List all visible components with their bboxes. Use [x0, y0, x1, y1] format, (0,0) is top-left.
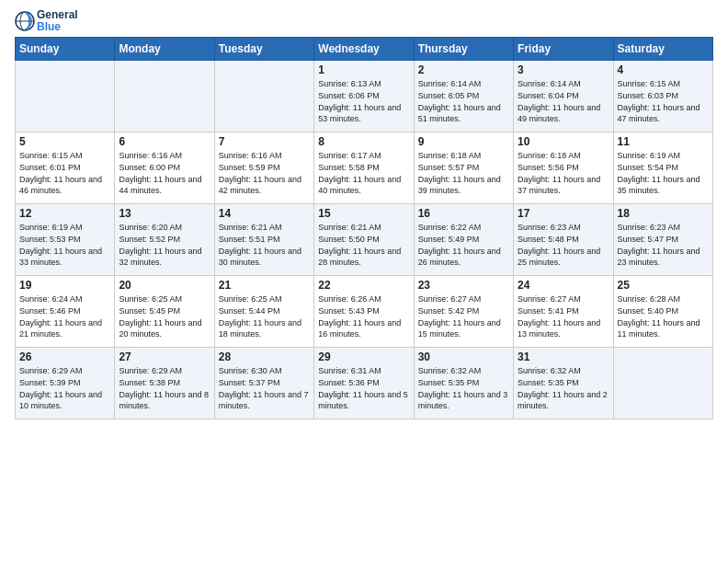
- calendar-cell: 14Sunrise: 6:21 AM Sunset: 5:51 PM Dayli…: [214, 204, 313, 276]
- day-number: 14: [219, 207, 310, 220]
- day-number: 20: [119, 279, 210, 292]
- calendar-cell: [16, 61, 115, 132]
- day-info: Sunrise: 6:32 AM Sunset: 5:35 PM Dayligh…: [418, 365, 509, 411]
- day-number: 24: [518, 279, 609, 292]
- calendar-week-row: 26Sunrise: 6:29 AM Sunset: 5:39 PM Dayli…: [16, 348, 713, 419]
- day-info: Sunrise: 6:25 AM Sunset: 5:45 PM Dayligh…: [119, 293, 210, 339]
- calendar-cell: 4Sunrise: 6:15 AM Sunset: 6:03 PM Daylig…: [613, 61, 712, 132]
- calendar-week-row: 5Sunrise: 6:15 AM Sunset: 6:01 PM Daylig…: [16, 132, 713, 204]
- calendar-cell: 9Sunrise: 6:18 AM Sunset: 5:57 PM Daylig…: [414, 132, 513, 204]
- calendar-cell: 7Sunrise: 6:16 AM Sunset: 5:59 PM Daylig…: [214, 132, 313, 204]
- day-info: Sunrise: 6:24 AM Sunset: 5:46 PM Dayligh…: [19, 293, 110, 339]
- day-info: Sunrise: 6:15 AM Sunset: 6:01 PM Dayligh…: [19, 150, 110, 196]
- calendar-cell: [115, 61, 214, 132]
- calendar-table: SundayMondayTuesdayWednesdayThursdayFrid…: [15, 37, 713, 419]
- day-info: Sunrise: 6:19 AM Sunset: 5:54 PM Dayligh…: [618, 150, 709, 196]
- day-info: Sunrise: 6:16 AM Sunset: 5:59 PM Dayligh…: [219, 150, 310, 196]
- day-info: Sunrise: 6:21 AM Sunset: 5:51 PM Dayligh…: [219, 222, 310, 268]
- day-info: Sunrise: 6:15 AM Sunset: 6:03 PM Dayligh…: [618, 78, 709, 124]
- calendar-cell: 24Sunrise: 6:27 AM Sunset: 5:41 PM Dayli…: [514, 276, 613, 348]
- weekday-header: Saturday: [613, 38, 712, 61]
- day-info: Sunrise: 6:18 AM Sunset: 5:57 PM Dayligh…: [418, 150, 509, 196]
- day-number: 18: [618, 207, 709, 220]
- day-number: 21: [219, 279, 310, 292]
- day-info: Sunrise: 6:16 AM Sunset: 6:00 PM Dayligh…: [119, 150, 210, 196]
- calendar-week-row: 1Sunrise: 6:13 AM Sunset: 6:06 PM Daylig…: [16, 61, 713, 132]
- day-number: 2: [418, 63, 509, 76]
- day-number: 9: [418, 135, 509, 148]
- day-info: Sunrise: 6:20 AM Sunset: 5:52 PM Dayligh…: [119, 222, 210, 268]
- day-number: 6: [119, 135, 210, 148]
- day-number: 17: [518, 207, 609, 220]
- day-number: 5: [19, 135, 110, 148]
- calendar-cell: 25Sunrise: 6:28 AM Sunset: 5:40 PM Dayli…: [613, 276, 712, 348]
- calendar-cell: 6Sunrise: 6:16 AM Sunset: 6:00 PM Daylig…: [115, 132, 214, 204]
- day-number: 30: [418, 350, 509, 363]
- day-number: 25: [618, 279, 709, 292]
- calendar-cell: 8Sunrise: 6:17 AM Sunset: 5:58 PM Daylig…: [314, 132, 414, 204]
- day-info: Sunrise: 6:21 AM Sunset: 5:50 PM Dayligh…: [318, 222, 409, 268]
- calendar-cell: 12Sunrise: 6:19 AM Sunset: 5:53 PM Dayli…: [16, 204, 115, 276]
- day-info: Sunrise: 6:27 AM Sunset: 5:42 PM Dayligh…: [418, 293, 509, 339]
- day-number: 28: [219, 350, 310, 363]
- weekday-header: Monday: [115, 38, 214, 61]
- day-info: Sunrise: 6:23 AM Sunset: 5:47 PM Dayligh…: [618, 222, 709, 268]
- day-info: Sunrise: 6:30 AM Sunset: 5:37 PM Dayligh…: [219, 365, 310, 411]
- day-info: Sunrise: 6:17 AM Sunset: 5:58 PM Dayligh…: [318, 150, 409, 196]
- calendar-cell: 26Sunrise: 6:29 AM Sunset: 5:39 PM Dayli…: [16, 348, 115, 419]
- logo-blue: Blue: [37, 21, 78, 33]
- calendar-cell: 10Sunrise: 6:18 AM Sunset: 5:56 PM Dayli…: [514, 132, 613, 204]
- day-number: 7: [219, 135, 310, 148]
- logo-globe-icon: [15, 11, 35, 31]
- day-number: 12: [19, 207, 110, 220]
- day-number: 8: [318, 135, 409, 148]
- weekday-header: Friday: [514, 38, 613, 61]
- day-info: Sunrise: 6:14 AM Sunset: 6:04 PM Dayligh…: [518, 78, 609, 124]
- day-info: Sunrise: 6:31 AM Sunset: 5:36 PM Dayligh…: [318, 365, 409, 411]
- day-info: Sunrise: 6:29 AM Sunset: 5:38 PM Dayligh…: [119, 365, 210, 411]
- day-info: Sunrise: 6:22 AM Sunset: 5:49 PM Dayligh…: [418, 222, 509, 268]
- calendar-cell: [613, 348, 712, 419]
- calendar-cell: [214, 61, 313, 132]
- calendar-cell: 21Sunrise: 6:25 AM Sunset: 5:44 PM Dayli…: [214, 276, 313, 348]
- day-number: 10: [518, 135, 609, 148]
- calendar-cell: 1Sunrise: 6:13 AM Sunset: 6:06 PM Daylig…: [314, 61, 414, 132]
- weekday-header: Tuesday: [214, 38, 313, 61]
- calendar-cell: 15Sunrise: 6:21 AM Sunset: 5:50 PM Dayli…: [314, 204, 414, 276]
- day-info: Sunrise: 6:26 AM Sunset: 5:43 PM Dayligh…: [318, 293, 409, 339]
- weekday-header: Thursday: [414, 38, 513, 61]
- day-number: 26: [19, 350, 110, 363]
- calendar-cell: 2Sunrise: 6:14 AM Sunset: 6:05 PM Daylig…: [414, 61, 513, 132]
- page-container: General Blue SundayMondayTuesdayWednesda…: [0, 0, 728, 427]
- calendar-week-row: 12Sunrise: 6:19 AM Sunset: 5:53 PM Dayli…: [16, 204, 713, 276]
- calendar-cell: 28Sunrise: 6:30 AM Sunset: 5:37 PM Dayli…: [214, 348, 313, 419]
- day-number: 27: [119, 350, 210, 363]
- day-info: Sunrise: 6:18 AM Sunset: 5:56 PM Dayligh…: [518, 150, 609, 196]
- day-info: Sunrise: 6:32 AM Sunset: 5:35 PM Dayligh…: [518, 365, 609, 411]
- calendar-cell: 27Sunrise: 6:29 AM Sunset: 5:38 PM Dayli…: [115, 348, 214, 419]
- calendar-week-row: 19Sunrise: 6:24 AM Sunset: 5:46 PM Dayli…: [16, 276, 713, 348]
- day-number: 31: [518, 350, 609, 363]
- day-number: 22: [318, 279, 409, 292]
- day-info: Sunrise: 6:19 AM Sunset: 5:53 PM Dayligh…: [19, 222, 110, 268]
- day-number: 3: [518, 63, 609, 76]
- day-number: 13: [119, 207, 210, 220]
- day-number: 11: [618, 135, 709, 148]
- calendar-cell: 20Sunrise: 6:25 AM Sunset: 5:45 PM Dayli…: [115, 276, 214, 348]
- logo: General Blue: [15, 9, 78, 33]
- day-info: Sunrise: 6:27 AM Sunset: 5:41 PM Dayligh…: [518, 293, 609, 339]
- calendar-cell: 16Sunrise: 6:22 AM Sunset: 5:49 PM Dayli…: [414, 204, 513, 276]
- calendar-cell: 23Sunrise: 6:27 AM Sunset: 5:42 PM Dayli…: [414, 276, 513, 348]
- day-info: Sunrise: 6:25 AM Sunset: 5:44 PM Dayligh…: [219, 293, 310, 339]
- day-number: 29: [318, 350, 409, 363]
- day-number: 23: [418, 279, 509, 292]
- weekday-header-row: SundayMondayTuesdayWednesdayThursdayFrid…: [16, 38, 713, 61]
- day-number: 1: [318, 63, 409, 76]
- calendar-cell: 17Sunrise: 6:23 AM Sunset: 5:48 PM Dayli…: [514, 204, 613, 276]
- day-info: Sunrise: 6:13 AM Sunset: 6:06 PM Dayligh…: [318, 78, 409, 124]
- weekday-header: Wednesday: [314, 38, 414, 61]
- day-number: 19: [19, 279, 110, 292]
- calendar-cell: 30Sunrise: 6:32 AM Sunset: 5:35 PM Dayli…: [414, 348, 513, 419]
- calendar-cell: 5Sunrise: 6:15 AM Sunset: 6:01 PM Daylig…: [16, 132, 115, 204]
- calendar-cell: 31Sunrise: 6:32 AM Sunset: 5:35 PM Dayli…: [514, 348, 613, 419]
